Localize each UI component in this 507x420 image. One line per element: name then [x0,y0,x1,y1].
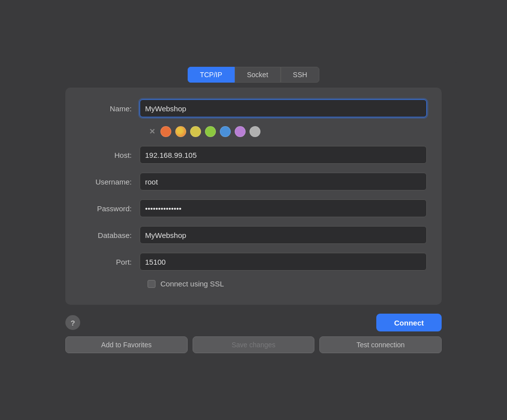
database-label: Database: [80,231,140,239]
tab-bar: TCP/IP Socket SSH [51,59,456,83]
tab-socket[interactable]: Socket [235,67,281,83]
save-changes-button[interactable]: Save changes [193,336,315,353]
password-input[interactable] [140,199,427,217]
color-dot-blue[interactable] [220,126,231,137]
ssl-label: Connect using SSL [160,280,224,288]
password-label: Password: [80,204,140,213]
color-dot-orange[interactable] [160,126,171,137]
password-row: Password: [80,199,427,217]
name-label: Name: [80,104,140,113]
name-input[interactable] [140,99,427,117]
host-input[interactable] [140,146,427,164]
port-label: Port: [80,258,140,266]
connect-button[interactable]: Connect [376,314,442,331]
port-input[interactable] [140,253,427,271]
secondary-bar: Add to Favorites Save changes Test conne… [51,331,456,353]
port-row: Port: [80,253,427,271]
help-button[interactable]: ? [65,315,80,330]
color-clear-button[interactable]: ✕ [148,127,156,136]
add-favorites-button[interactable]: Add to Favorites [65,336,188,353]
database-input[interactable] [140,226,427,244]
color-dot-gray[interactable] [250,126,260,137]
tab-ssh[interactable]: SSH [281,67,320,83]
color-dot-green[interactable] [205,126,216,137]
color-dot-yellow[interactable] [190,126,201,137]
color-dot-orange-yellow[interactable] [175,126,186,137]
color-dot-purple[interactable] [235,126,246,137]
ssl-row: Connect using SSL [80,280,427,288]
connection-panel: Name: ✕ Host: Username: Password: [65,88,442,305]
bottom-bar: ? Connect [51,310,456,331]
database-row: Database: [80,226,427,244]
test-connection-button[interactable]: Test connection [319,336,442,353]
connection-dialog: TCP/IP Socket SSH Name: ✕ Host: User [51,59,456,361]
host-row: Host: [80,146,427,164]
host-label: Host: [80,151,140,159]
ssl-checkbox[interactable] [148,280,155,288]
username-label: Username: [80,178,140,186]
color-picker-row: ✕ [80,126,427,137]
username-input[interactable] [140,173,427,190]
username-row: Username: [80,173,427,190]
tab-tcpip[interactable]: TCP/IP [188,67,235,83]
name-row: Name: [80,99,427,117]
